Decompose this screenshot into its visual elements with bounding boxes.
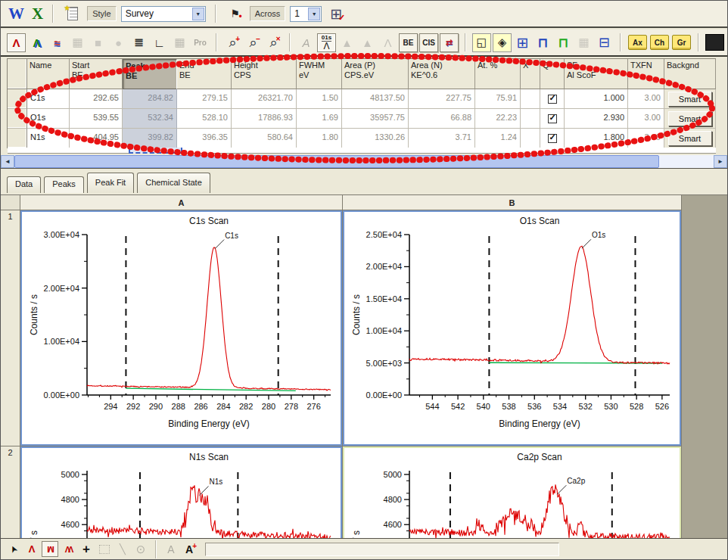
zoom-reset-icon[interactable] <box>264 33 283 52</box>
column-header-height_cps[interactable]: HeightCPS <box>232 59 297 89</box>
folder-gr-icon[interactable]: Gr <box>672 35 691 50</box>
chart-panel-o1s[interactable]: O1s Scan2.50E+042.00E+041.50E+041.00E+04… <box>343 210 682 446</box>
cell-area_n[interactable]: 66.88 <box>409 109 475 129</box>
cell-start_be[interactable]: 292.65 <box>70 89 123 109</box>
chevron-down-icon[interactable] <box>308 8 320 20</box>
cell-fwhm_ev[interactable]: 1.50 <box>297 89 342 109</box>
backgnd-smart-button[interactable]: Smart <box>668 131 712 146</box>
cell-height_cps[interactable]: 26321.70 <box>232 89 297 109</box>
sheet-row-header-2[interactable]: 2 <box>1 446 20 540</box>
cell-x[interactable] <box>521 129 540 148</box>
multi-spectrum-icon[interactable] <box>27 33 46 52</box>
select-area-icon[interactable] <box>96 541 113 557</box>
folder-ch-icon[interactable]: Ch <box>650 35 669 50</box>
cell-fwhm_ev[interactable]: 1.69 <box>297 109 342 129</box>
cell-end_be[interactable]: 279.15 <box>177 89 232 109</box>
column-header-x[interactable]: X <box>521 59 540 89</box>
sheet-row-header-1[interactable]: 1 <box>1 210 20 446</box>
quantify-checkbox[interactable] <box>548 95 557 104</box>
cell-name[interactable]: N1s <box>27 129 70 148</box>
swap-axes-icon[interactable] <box>440 33 459 52</box>
zoom-in-icon[interactable] <box>223 33 242 52</box>
zoom-out-icon[interactable] <box>244 33 263 52</box>
cell-x[interactable] <box>521 109 540 129</box>
cell-at_pct[interactable]: 75.91 <box>475 89 521 109</box>
axes-icon[interactable] <box>150 33 169 52</box>
cis-scale-button[interactable]: CIS <box>419 33 438 52</box>
peak-region-icon[interactable] <box>42 541 58 557</box>
skew-text-icon[interactable] <box>297 33 316 52</box>
cell-x[interactable] <box>521 89 540 109</box>
be-scale-button[interactable]: BE <box>399 33 418 52</box>
cell-area_p[interactable]: 48137.50 <box>342 89 409 109</box>
quantify-checkbox[interactable] <box>548 134 557 143</box>
cell-start_be[interactable]: 539.55 <box>70 109 123 129</box>
cell-at_pct[interactable]: 22.23 <box>475 109 521 129</box>
backgnd-smart-button[interactable]: Smart <box>668 92 712 107</box>
scrollbar-thumb[interactable] <box>14 155 659 168</box>
column-header-backgnd[interactable]: Backgnd <box>664 59 716 89</box>
scroll-left-icon[interactable]: ◄ <box>1 155 14 168</box>
cell-sf[interactable]: 2.930 <box>565 109 628 129</box>
cell-area_p[interactable]: 35957.75 <box>342 109 409 129</box>
column-header-q[interactable]: Q <box>540 59 565 89</box>
column-header-name[interactable]: Name <box>27 59 70 89</box>
pro-icon[interactable]: Pro <box>191 33 210 52</box>
report-icon[interactable] <box>63 5 82 23</box>
surface-plot2-icon[interactable] <box>358 33 377 52</box>
column-header-area_p[interactable]: Area (P)CPS.eV <box>342 59 409 89</box>
column-header-peak_be[interactable]: PeakBE <box>123 59 177 89</box>
window-tile-green-icon[interactable] <box>554 33 573 52</box>
cell-name[interactable]: C1s <box>27 89 70 109</box>
window-tile-blue-icon[interactable] <box>534 33 552 52</box>
column-header-at_pct[interactable]: At. % <box>475 59 521 89</box>
sheet-column-header-b[interactable]: B <box>343 195 682 210</box>
cell-peak_be[interactable]: 399.82 <box>123 129 177 148</box>
cell-peak_be[interactable]: 284.82 <box>123 89 177 109</box>
column-header-fwhm_ev[interactable]: FWHMeV <box>297 59 342 89</box>
cell-txfn[interactable]: 3.00 <box>628 129 664 148</box>
backgnd-smart-button[interactable]: Smart <box>668 111 712 126</box>
cell-end_be[interactable]: 396.35 <box>177 129 232 148</box>
annotation-table-icon[interactable] <box>170 33 189 52</box>
pointer-icon[interactable] <box>5 541 22 557</box>
column-header-rowhdr[interactable] <box>8 59 27 89</box>
list-view-icon[interactable] <box>129 33 148 52</box>
rectangle-icon[interactable] <box>89 33 107 52</box>
export-word-button[interactable]: W <box>8 5 24 23</box>
column-header-area_n[interactable]: Area (N)KE^0.6 <box>409 59 475 89</box>
chart-panel-ca2p[interactable]: Ca2p Scan5000480046004400420040003800356… <box>343 446 682 540</box>
column-header-start_be[interactable]: StartBE <box>70 59 123 89</box>
ellipse-icon[interactable] <box>109 33 128 52</box>
cell-area_p[interactable]: 1330.26 <box>342 129 409 148</box>
tab-data[interactable]: Data <box>7 176 41 193</box>
cell-area_n[interactable]: 3.71 <box>409 129 475 148</box>
eye-icon[interactable] <box>132 541 149 557</box>
column-header-end_be[interactable]: EndBE <box>177 59 232 89</box>
peak-marker-icon[interactable] <box>23 541 40 557</box>
cell-end_be[interactable]: 528.10 <box>177 109 232 129</box>
tab-chemical-state[interactable]: Chemical State <box>137 173 210 193</box>
spectrum-display-icon[interactable] <box>7 33 26 52</box>
text-tool-icon[interactable] <box>163 541 179 557</box>
quantify-checkbox[interactable] <box>548 114 557 123</box>
table-check-icon[interactable] <box>326 5 346 23</box>
cell-txfn[interactable]: 3.00 <box>628 89 664 109</box>
line-tool-icon[interactable] <box>114 541 131 557</box>
cell-height_cps[interactable]: 580.64 <box>232 129 297 148</box>
window-single-icon[interactable] <box>595 33 614 52</box>
cell-at_pct[interactable]: 1.24 <box>475 129 521 148</box>
cell-area_n[interactable]: 227.75 <box>409 89 475 109</box>
chart-panel-c1s[interactable]: C1s Scan3.00E+042.00E+041.00E+040.00E+00… <box>20 210 343 446</box>
cell-name[interactable]: O1s <box>27 109 70 129</box>
cell-peak_be[interactable]: 532.34 <box>123 109 177 129</box>
tab-peak-fit[interactable]: Peak Fit <box>87 173 134 193</box>
crosshair-icon[interactable] <box>78 541 95 557</box>
chart-panel-n1s[interactable]: N1s Scan50004800460044004200400038004084… <box>20 446 343 540</box>
surface-plot-icon[interactable] <box>338 33 356 52</box>
chevron-down-icon[interactable] <box>192 8 204 20</box>
sheet-corner[interactable] <box>1 195 20 210</box>
window-expand-icon[interactable] <box>493 33 512 52</box>
across-dropdown[interactable]: 1 <box>290 6 322 22</box>
add-text-icon[interactable] <box>181 541 198 557</box>
